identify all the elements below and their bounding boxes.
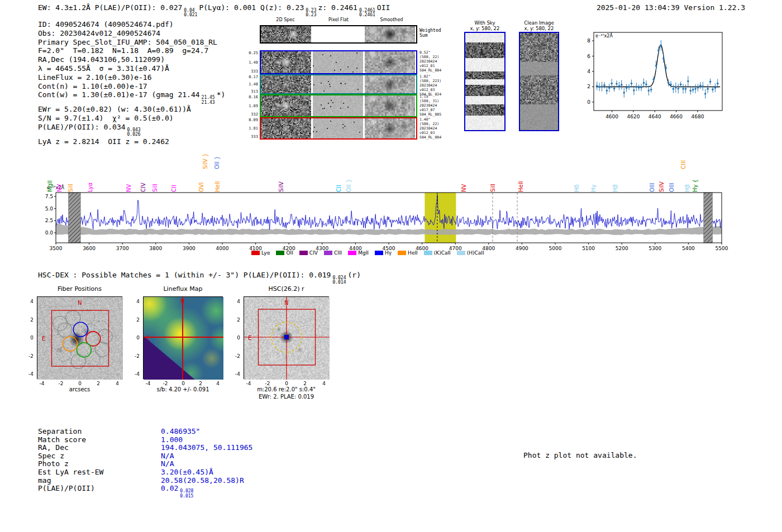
fiber-weight-value: 1.81 [249, 126, 258, 131]
y-tick-label: 0 [587, 99, 590, 105]
spectral-line-label: Hγ [591, 185, 597, 192]
summary-header-line: EW: 4.3±1.2Å P(LAE)/P(OII): 0.0270.040.0… [38, 3, 390, 18]
legend-swatch [324, 251, 332, 255]
match-table-row: Match score1.000 [38, 436, 252, 444]
spectral-line-label: SiIV [659, 181, 665, 192]
x-tick-label: 5100 [582, 246, 595, 251]
ew-plae-summary: EW: 4.3±1.2Å P(LAE)/P(OII): 0.027 [38, 3, 182, 12]
spectral-line-label: OII } [214, 156, 220, 169]
2d-spec-image [261, 75, 311, 93]
x-tick-label: -4 [37, 381, 46, 386]
match-field-label: mag [38, 477, 161, 485]
legend-item: CIV [299, 250, 318, 256]
data-point [618, 85, 621, 87]
info-line: P(LAE)/P(OII): 0.0340.0430.026 [38, 123, 225, 137]
hsc-image-title: HSC(26.2) r [244, 285, 329, 293]
clean-image-coords: x, y: 580, 22 [519, 26, 559, 31]
2d-spec-image [261, 26, 311, 42]
fiber-weight-value: 1.48 [249, 60, 258, 65]
cutout-row [260, 50, 417, 74]
data-point [601, 85, 603, 88]
info-line: LineFlux = 2.10(±0.30)e-16 [38, 73, 225, 82]
x-tick-label: 4000 [216, 246, 229, 251]
y-tick-label: 0 [128, 335, 140, 341]
match-field-value: N/A [161, 459, 174, 468]
fiber-annotation-line: 1.15" [419, 94, 455, 99]
data-point [628, 86, 630, 88]
fiber-annotation-line: 504_RL_004 [419, 68, 455, 73]
pixel-flat-image [313, 95, 363, 116]
data-point [626, 87, 628, 89]
lineflux-map-title: Lineflux Map [143, 285, 223, 293]
cutout-row [260, 74, 417, 94]
fiber-weight-value: 333 [251, 135, 258, 139]
data-point [675, 87, 677, 89]
spectral-line-label: SiIV [279, 181, 284, 192]
data-point [611, 83, 613, 85]
y-tick-label: 2 [229, 317, 240, 323]
data-point [645, 83, 647, 85]
info-line: ID: 4090524674 (4090524674.pdf) [38, 20, 225, 29]
data-point [687, 80, 689, 83]
hsc-plae-lower: 0.014 [332, 280, 346, 285]
info-line: Cont(w) = 1.30(±0.01)e-17 (gmag 21.4421.… [38, 90, 225, 105]
plae-uncertainty-fraction: 0.040.021 [184, 8, 197, 18]
legend-label: CIV [309, 250, 318, 256]
y-tick-label: 5.0 [45, 206, 54, 212]
legend-swatch [299, 251, 308, 255]
spectral-line-label: NV [461, 184, 467, 192]
legend-label: Hγ [385, 250, 392, 256]
spectral-line-label: Lyα [88, 183, 93, 192]
fiber-annotation-line: (580, 223) [419, 79, 455, 83]
fiber-weight-value: 0.25 [249, 51, 258, 55]
match-table-row: RA, Dec194.043075, 50.111965 [38, 444, 252, 452]
y-tick-label: -2 [229, 353, 240, 359]
data-point [682, 88, 684, 90]
x-tick-label: 4600 [605, 114, 618, 119]
match-table-row: Spec zN/A [38, 452, 252, 461]
match-field-value: N/A [161, 452, 174, 460]
info-line: LyA z = 2.8214 OII z = 0.2462 [38, 137, 225, 146]
x-tick-label: 0 [179, 381, 188, 386]
match-table-row: Est LyA rest-EW3.20(±0.45)Å [38, 468, 252, 477]
y-tick-label: 4 [587, 69, 590, 74]
data-point [638, 87, 640, 89]
x-tick-label: 4 [213, 381, 222, 386]
x-tick-label: -4 [244, 381, 253, 386]
legend-label: Lyα [261, 250, 270, 256]
data-point [667, 82, 670, 84]
data-point [694, 88, 697, 90]
cutout-row [260, 117, 417, 140]
clean-image-title: Clean Image [519, 20, 559, 26]
data-point [670, 83, 672, 85]
fiber-annotation-line: v012_03 [419, 88, 455, 92]
cutout-row-weights: 0.091.81333 [244, 117, 258, 140]
match-field-value: 20.58(20.58,20.58)R [161, 476, 244, 485]
match-field-value: 0.02 [161, 484, 178, 492]
hsc-match-band: (r) [347, 271, 360, 279]
data-point [692, 89, 694, 91]
line-identification: OII [377, 3, 390, 12]
uncertainty-fraction: 0.0430.026 [127, 128, 141, 137]
legend-item: MgII [348, 250, 369, 256]
spectral-line-label: Hβ [685, 184, 690, 192]
x-tick-label: 5200 [616, 246, 628, 251]
cutout-row-weights: 0.171.40313 [244, 74, 258, 94]
cutout-row-annotation: 0.52"(580, 22)20230424v012_01504_RL_004 [419, 50, 455, 73]
x-tick-label: 3800 [149, 246, 162, 251]
fiber-annotation-line: v017_07 [419, 108, 455, 112]
y-tick-label: -2 [128, 353, 140, 359]
2d-spec-image [261, 95, 311, 116]
info-line: EWr = 5.20(±0.82) (w: 4.30(±0.61))Å [38, 105, 225, 114]
data-point [603, 84, 605, 87]
data-point [652, 78, 655, 80]
smoothed-image [365, 26, 415, 42]
spectral-line-label: CIII [681, 160, 686, 169]
x-tick-label: 2 [94, 381, 103, 386]
spectral-line-label: SiII [68, 184, 74, 192]
spectral-line-label: OII } [346, 179, 352, 192]
fiber-annotation-line: 504_RL_005 [419, 112, 455, 117]
data-point [635, 86, 637, 88]
fiber-annotation-line: 20230424 [419, 126, 455, 131]
legend-swatch [348, 251, 356, 255]
